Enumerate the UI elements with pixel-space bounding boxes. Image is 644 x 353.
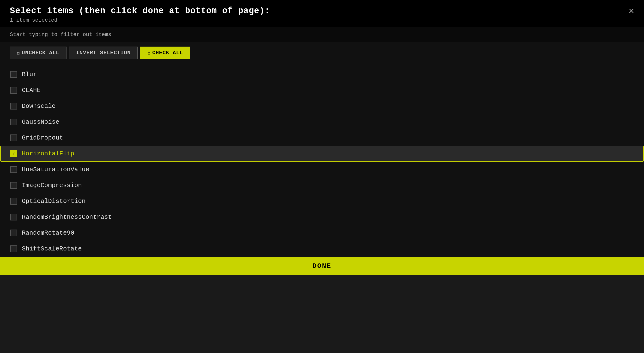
checkbox[interactable] (10, 230, 17, 236)
item-label: HueSaturationValue (22, 166, 89, 173)
checkbox[interactable] (10, 119, 17, 125)
check-all-icon: ☑ (148, 50, 150, 56)
checkbox[interactable] (10, 198, 17, 204)
close-button[interactable]: × (629, 6, 634, 16)
checkbox[interactable] (10, 214, 17, 220)
modal-title: Select items (then click done at bottom … (10, 6, 634, 16)
modal-header: Select items (then click done at bottom … (0, 0, 644, 28)
done-bar[interactable]: DONE (0, 257, 644, 275)
item-label: Downscale (22, 102, 56, 110)
list-item[interactable]: Downscale (0, 98, 644, 114)
item-label: CLAHE (22, 87, 40, 94)
filter-label: Start typing to filter out items (10, 32, 111, 38)
list-item[interactable]: GridDropout (0, 130, 644, 146)
item-label: RandomRotate90 (22, 229, 74, 236)
checkbox[interactable] (10, 71, 17, 78)
uncheck-all-label: UNCHECK ALL (22, 50, 59, 56)
list-item[interactable]: OpticalDistortion (0, 193, 644, 209)
item-label: RandomBrightnessContrast (22, 214, 112, 221)
list-item[interactable]: ImageCompression (0, 178, 644, 193)
checkbox[interactable] (10, 134, 17, 141)
action-buttons: ☐ UNCHECK ALL INVERT SELECTION ☑ CHECK A… (0, 42, 644, 64)
item-label: Blur (22, 71, 37, 78)
checkbox[interactable] (10, 87, 17, 94)
checkbox[interactable] (10, 103, 17, 110)
check-all-label: CHECK ALL (152, 50, 183, 56)
item-label: ShiftScaleRotate (22, 245, 82, 252)
list-item[interactable]: HorizontalFlip (0, 146, 644, 162)
done-label: DONE (312, 262, 331, 270)
list-item[interactable]: CLAHE (0, 82, 644, 98)
invert-selection-label: INVERT SELECTION (76, 50, 130, 56)
filter-bar: Start typing to filter out items (0, 28, 644, 42)
uncheck-all-icon: ☐ (17, 50, 20, 56)
items-list: BlurCLAHEDownscaleGaussNoiseGridDropoutH… (0, 64, 644, 275)
list-item[interactable]: RandomBrightnessContrast (0, 209, 644, 225)
item-label: HorizontalFlip (22, 150, 74, 157)
checkbox[interactable] (10, 182, 17, 189)
item-label: GaussNoise (22, 118, 59, 126)
invert-selection-button[interactable]: INVERT SELECTION (69, 46, 138, 59)
check-all-button[interactable]: ☑ CHECK ALL (140, 46, 190, 59)
checkbox[interactable] (10, 150, 17, 157)
list-item[interactable]: GaussNoise (0, 114, 644, 130)
item-label: GridDropout (22, 134, 63, 142)
checkbox[interactable] (10, 246, 17, 252)
list-item[interactable]: Blur (0, 66, 644, 82)
uncheck-all-button[interactable]: ☐ UNCHECK ALL (10, 46, 66, 59)
item-label: ImageCompression (22, 182, 82, 189)
list-item[interactable]: HueSaturationValue (0, 162, 644, 178)
select-items-modal: Select items (then click done at bottom … (0, 0, 644, 275)
list-item[interactable]: RandomRotate90 (0, 225, 644, 241)
checkbox[interactable] (10, 166, 17, 173)
item-label: OpticalDistortion (22, 198, 86, 205)
modal-subtitle: 1 item selected (10, 17, 634, 23)
list-item[interactable]: ShiftScaleRotate (0, 241, 644, 257)
